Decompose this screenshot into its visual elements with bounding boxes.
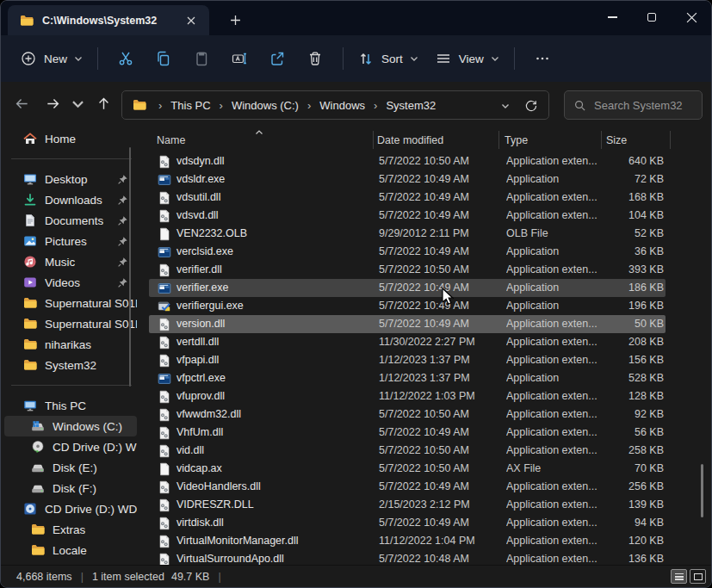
file-row[interactable]: VideoHandlers.dll5/7/2022 10:49 AMApplic… (149, 478, 666, 496)
list-scrollbar[interactable] (701, 464, 703, 517)
sidebar-item-windows-c[interactable]: Windows (C:) (4, 416, 137, 436)
file-row[interactable]: virtdisk.dll5/7/2022 10:49 AMApplication… (149, 514, 666, 532)
breadcrumb-this-pc[interactable]: This PC (167, 97, 214, 114)
details-view-button[interactable] (671, 569, 687, 584)
exe-file-icon (158, 173, 171, 187)
file-row[interactable]: vid.dll5/7/2022 10:50 AMApplication exte… (149, 442, 666, 460)
search-input[interactable] (594, 99, 693, 112)
file-size: 104 KB (586, 209, 664, 221)
close-button[interactable] (672, 1, 711, 34)
column-divider[interactable] (498, 131, 499, 149)
minimize-button[interactable] (592, 1, 632, 34)
exe-file-icon (158, 245, 171, 259)
view-button[interactable]: View (430, 43, 505, 74)
file-row[interactable]: vertdll.dll11/30/2022 2:27 PMApplication… (149, 333, 666, 351)
file-row[interactable]: vdsvd.dll5/7/2022 10:49 AMApplication ex… (149, 207, 666, 225)
file-row[interactable]: VirtualSurroundApo.dll5/7/2022 10:48 AMA… (149, 550, 666, 565)
column-divider[interactable] (601, 131, 602, 149)
sidebar-item-this-pc[interactable]: This PC (4, 395, 137, 416)
column-header-type[interactable]: Type (505, 134, 528, 146)
sidebar-item-disk-f[interactable]: Disk (F:) (4, 478, 137, 498)
file-size: 640 KB (586, 155, 664, 167)
dll-file-icon (158, 354, 171, 368)
dll-file-icon (158, 408, 171, 422)
sidebar-item-cd-drive-d-wd[interactable]: CD Drive (D:) WD (4, 498, 137, 519)
sidebar-scrollbar[interactable] (129, 147, 131, 387)
view-button-label: View (459, 53, 484, 65)
column-header-name[interactable]: Name (157, 134, 185, 146)
file-row[interactable]: vdsldr.exe5/7/2022 10:49 AMApplication72… (149, 170, 666, 189)
tab-close-icon[interactable] (182, 11, 201, 30)
sort-icon (357, 50, 375, 67)
sidebar-item-extras[interactable]: Extras (4, 519, 137, 540)
refresh-button[interactable] (521, 98, 542, 114)
recent-locations-button[interactable] (66, 90, 89, 117)
file-row[interactable]: vdsdyn.dll5/7/2022 10:50 AMApplication e… (149, 152, 666, 170)
file-row[interactable]: vfwwdm32.dll5/7/2022 10:50 AMApplication… (149, 405, 666, 424)
more-options-button[interactable] (523, 43, 561, 74)
file-name: VEN2232.OLB (176, 227, 247, 239)
new-button-label: New (44, 53, 67, 65)
share-button[interactable] (258, 43, 296, 74)
breadcrumb-separator: › (220, 99, 223, 112)
sidebar-item-cd-drive-d-wi[interactable]: CD Drive (D:) WI (4, 436, 137, 457)
sidebar-item-pictures[interactable]: Pictures (4, 231, 137, 251)
file-row[interactable]: VirtualMonitorManager.dll11/12/2022 1:04… (149, 532, 666, 550)
rename-button[interactable] (220, 43, 258, 74)
column-divider[interactable] (373, 131, 374, 149)
column-header-date-modified[interactable]: Date modified (377, 134, 443, 146)
back-button[interactable] (8, 90, 35, 117)
file-row[interactable]: verifier.dll5/7/2022 10:50 AMApplication… (149, 261, 666, 279)
file-row[interactable]: VIDRESZR.DLL2/15/2023 2:12 PMApplication… (149, 496, 666, 514)
sidebar-item-supernatural-s01e[interactable]: Supernatural S01E (4, 313, 137, 334)
sidebar-item-system32[interactable]: System32 (4, 355, 137, 375)
forward-button[interactable] (39, 90, 66, 117)
file-size: 70 KB (586, 462, 664, 474)
sidebar-item-home[interactable]: Home (4, 128, 137, 149)
address-dropdown-button[interactable] (495, 98, 516, 114)
status-divider: | (218, 571, 220, 583)
pin-icon (117, 236, 128, 247)
sidebar-item-desktop[interactable]: Desktop (4, 169, 137, 189)
file-row[interactable]: verifiergui.exe5/7/2022 10:49 AMApplicat… (149, 297, 666, 315)
breadcrumb-windows[interactable]: Windows (316, 97, 368, 114)
file-row[interactable]: vfuprov.dll11/12/2022 1:03 PMApplication… (149, 387, 666, 405)
sort-button[interactable]: Sort (352, 43, 424, 74)
file-row[interactable]: VEN2232.OLB9/29/2012 2:11 PMOLB File52 K… (149, 225, 666, 243)
breadcrumb-system32[interactable]: System32 (382, 97, 439, 114)
cut-button[interactable] (107, 43, 145, 74)
paste-button[interactable] (183, 43, 220, 74)
sidebar-item-disk-e[interactable]: Disk (E:) (4, 457, 137, 478)
copy-button[interactable] (145, 43, 183, 74)
file-name: verifiergui.exe (176, 300, 244, 312)
column-divider[interactable] (670, 131, 671, 149)
sidebar-item-downloads[interactable]: Downloads (4, 189, 137, 210)
new-button[interactable]: New (15, 43, 89, 74)
column-header-size[interactable]: Size (606, 134, 627, 146)
file-row[interactable]: version.dll5/7/2022 10:49 AMApplication … (149, 315, 666, 333)
file-row[interactable]: VhfUm.dll5/7/2022 10:49 AMApplication ex… (149, 424, 666, 442)
up-button[interactable] (90, 90, 117, 117)
sidebar-item-videos[interactable]: Videos (4, 272, 137, 293)
file-row[interactable]: vfpapi.dll1/12/2023 1:37 PMApplication e… (149, 351, 666, 369)
tab-system32[interactable]: C:\Windows\System32 (8, 5, 209, 35)
large-icons-view-button[interactable] (690, 569, 706, 584)
maximize-button[interactable] (632, 1, 672, 34)
home-icon (23, 132, 37, 145)
file-row[interactable]: vfpctrl.exe1/12/2023 1:37 PMApplication5… (149, 369, 666, 387)
breadcrumb-windows-c[interactable]: Windows (C:) (228, 97, 302, 114)
delete-button[interactable] (296, 43, 334, 74)
file-row[interactable]: vdsutil.dll5/7/2022 10:49 AMApplication … (149, 189, 666, 207)
file-row[interactable]: verclsid.exe5/7/2022 10:49 AMApplication… (149, 243, 666, 261)
sidebar-item-supernatural-s01e[interactable]: Supernatural S01E (4, 293, 137, 313)
rename-icon (231, 50, 248, 67)
sidebar-item-locale[interactable]: Locale (4, 540, 137, 560)
file-name: verifier.exe (176, 282, 228, 294)
sidebar-item-music[interactable]: Music (4, 251, 137, 272)
sidebar-item-niharikas[interactable]: niharikas (4, 334, 137, 355)
sidebar-item-documents[interactable]: Documents (4, 210, 137, 231)
new-tab-button[interactable] (223, 9, 247, 31)
file-row[interactable]: vidcap.ax5/7/2022 10:50 AMAX File70 KB (149, 460, 666, 478)
file-row[interactable]: verifier.exe5/7/2022 10:49 AMApplication… (149, 279, 666, 297)
address-bar[interactable]: › This PC › Windows (C:) › Windows › Sys… (121, 90, 549, 120)
